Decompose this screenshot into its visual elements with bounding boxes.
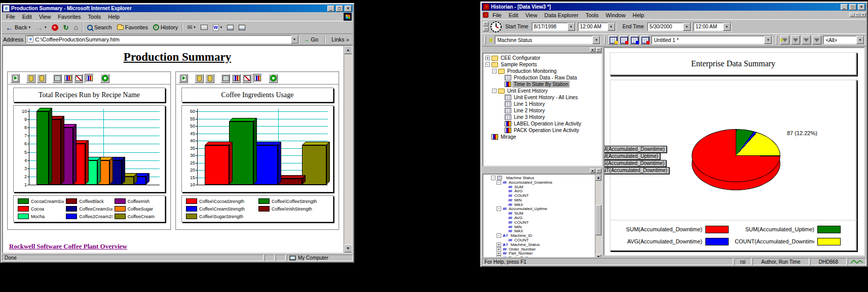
maximize-button[interactable]: □ <box>336 6 343 12</box>
tree-item-avg[interactable]: ##AVG <box>483 189 601 193</box>
history-button[interactable]: History <box>150 23 180 31</box>
pane-collapse-icon[interactable]: ▲ <box>590 169 595 173</box>
tree-item-min[interactable]: ##MIN <box>483 225 601 229</box>
bar3d-chart-view-button[interactable] <box>85 74 94 83</box>
collapse-icon[interactable]: - <box>492 69 497 73</box>
filter-add-button[interactable]: ✱ <box>780 35 789 45</box>
page-scrollbar[interactable]: ▲ ▼ <box>344 46 352 253</box>
address-input[interactable]: e C:\CoffeeProductionSummary.htm ▼ <box>25 35 299 44</box>
expand-icon[interactable]: + <box>497 247 501 252</box>
tree-item-max[interactable]: ##MAX <box>483 229 601 234</box>
collapse-icon[interactable]: - <box>497 233 501 238</box>
menu-edit[interactable]: Edit <box>505 12 522 19</box>
tree-item-line-1-history[interactable]: Line 1 History <box>483 101 601 107</box>
tree-item-unit-event-history[interactable]: -Unit Event History <box>483 88 601 94</box>
bar-chart-view-button[interactable] <box>63 74 72 83</box>
table-view-button[interactable] <box>221 74 230 83</box>
minimize-button[interactable]: _ <box>327 6 334 12</box>
favorites-button[interactable]: Favorites <box>115 23 150 31</box>
bar-chart-view-button[interactable] <box>232 74 241 83</box>
tree-item-count[interactable]: ##COUNT <box>483 220 601 225</box>
parameter-1-button[interactable] <box>26 74 35 83</box>
tree-item-count[interactable]: ##COUNT <box>483 238 601 242</box>
tree-scrollbar[interactable]: ▲ ▼ <box>595 175 601 257</box>
fullscreen-button[interactable] <box>236 24 248 31</box>
links-button[interactable]: Links » <box>329 35 352 44</box>
filter-combo[interactable]: <All>▼ <box>823 35 865 45</box>
dropdown-arrow-icon[interactable]: ▾ <box>28 25 30 29</box>
dropdown-arrow-icon[interactable]: ▾ <box>194 25 196 29</box>
filter-remove-button[interactable] <box>812 35 821 45</box>
end-time-combo[interactable]: 12:00 AM▼ <box>693 22 732 31</box>
filter-edit-button[interactable] <box>791 35 800 45</box>
menu-file[interactable]: File <box>3 13 19 20</box>
parameter-2-button[interactable] <box>205 74 214 83</box>
dropdown-arrow-icon[interactable]: ▾ <box>220 25 222 29</box>
minimize-button[interactable]: _ <box>841 4 848 10</box>
mail-button[interactable]: ✉▾ <box>184 23 198 31</box>
scroll-up-icon[interactable]: ▲ <box>344 46 352 54</box>
tree-item-machine-status[interactable]: -Machine Status <box>483 176 601 180</box>
expand-icon[interactable]: + <box>497 251 501 256</box>
refresh-button[interactable] <box>100 74 109 83</box>
pane-close-icon[interactable]: × <box>596 48 601 52</box>
tree-item-line-3-history[interactable]: Line 3 History <box>483 114 601 120</box>
coffee-plant-overview-link[interactable]: Rockwell Software Coffee Plant Overview <box>9 242 127 251</box>
mdi-restore-button[interactable]: □ <box>855 13 860 17</box>
tree-item-accumulated-uptime[interactable]: -##Accumulated_Uptime <box>483 207 601 212</box>
menu-tools[interactable]: Tools <box>85 13 105 20</box>
tree-item-machine-id[interactable]: -A?Machine_ID <box>483 233 601 238</box>
report-combo[interactable]: Machine Status▼ <box>495 35 601 45</box>
menu-edit[interactable]: Edit <box>19 13 35 20</box>
tree-item-production-monitoring[interactable]: -Production Monitoring <box>483 68 601 74</box>
tree-item-min[interactable]: ##MIN <box>483 198 601 202</box>
tree-item-part-number[interactable]: +##Part_Number <box>483 252 601 256</box>
delete-data-view-button[interactable] <box>619 35 628 45</box>
close-button[interactable]: × <box>858 4 865 10</box>
print-button[interactable] <box>198 24 210 31</box>
menu-help[interactable]: Help <box>104 13 123 20</box>
collapse-icon[interactable]: - <box>491 176 496 180</box>
discuss-button[interactable] <box>224 24 236 31</box>
tree-item-machine-status[interactable]: +A?Machine_Status <box>483 242 601 247</box>
menu-view[interactable]: View <box>35 13 55 20</box>
mdi-close-button[interactable]: × <box>860 13 866 17</box>
parameter-2-button[interactable] <box>37 74 46 83</box>
report-button[interactable] <box>179 74 188 83</box>
filter-apply-button[interactable] <box>802 35 811 45</box>
tree-item-sum[interactable]: ##SUM <box>483 185 601 189</box>
menu-window[interactable]: Window <box>602 12 629 19</box>
start-date-combo[interactable]: 8/17/1998▼ <box>532 22 576 31</box>
forward-button[interactable]: →▾ <box>33 23 49 32</box>
scroll-down-icon[interactable]: ▼ <box>344 244 352 253</box>
toolbar-grip[interactable] <box>484 35 486 45</box>
toolbar-mini-buttons[interactable]: ×▪ <box>483 22 488 31</box>
tree-item-mirage[interactable]: Mirage <box>483 134 601 140</box>
collapse-icon[interactable]: - <box>497 180 501 185</box>
toolbar-grip[interactable] <box>776 35 777 45</box>
start-time-combo[interactable]: 12:00 AM▼ <box>578 22 616 31</box>
tree-item-cee-configurator[interactable]: +CEE Configurator <box>483 55 601 61</box>
maximize-button[interactable]: □ <box>849 4 856 10</box>
bar3d-chart-view-button[interactable] <box>253 74 262 83</box>
pane-close-icon[interactable]: × <box>596 169 601 173</box>
back-button[interactable]: ←Back▾ <box>3 23 33 32</box>
search-button[interactable]: Search <box>85 23 115 31</box>
tree-item-max[interactable]: ##MAX <box>483 202 601 207</box>
tree-item-accumulated-downtime[interactable]: -##Accumulated_Downtime <box>483 180 601 185</box>
pane-collapse-icon[interactable]: ▲ <box>590 48 595 52</box>
mdi-minimize-button[interactable]: _ <box>849 13 855 17</box>
address-dropdown-button[interactable]: ▼ <box>291 35 298 44</box>
report-button[interactable] <box>11 74 20 83</box>
tree-item-sample-reports[interactable]: -Sample Reports <box>483 61 601 68</box>
tree-item-pack-operation-line-activity[interactable]: PACK Operation Line Activity <box>483 127 601 134</box>
tree-item-sum[interactable]: ##SUM <box>483 211 601 216</box>
menu-help[interactable]: Help <box>629 12 648 19</box>
save-data-view-button[interactable] <box>630 35 639 45</box>
end-date-combo[interactable]: 5/30/2000▼ <box>647 22 692 31</box>
tree-item-time-in-state-by-station[interactable]: Time In State By Station <box>483 81 601 88</box>
go-button[interactable]: → Go <box>301 35 321 44</box>
close-data-view-button[interactable] <box>640 35 650 45</box>
stop-button[interactable]: × <box>49 23 61 32</box>
collapse-icon[interactable]: - <box>497 206 501 211</box>
